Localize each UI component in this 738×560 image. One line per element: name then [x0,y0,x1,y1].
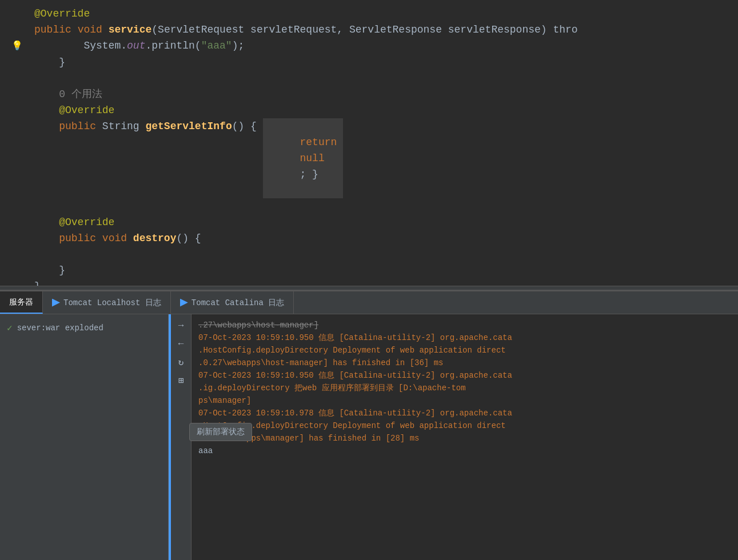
log-toolbar: → ← ↻ ⊞ [171,314,192,560]
code-line [0,70,738,86]
bottom-panel: 服务器 Tomcat Localhost 日志 Tomcat Catalina … [0,290,738,560]
keyword: void [102,230,133,246]
log-line-aaa: aaa [198,445,731,457]
code-annotation: @Override [34,6,90,22]
code-line: } [0,262,738,278]
keyword: return [300,137,344,148]
code-line: @Override [0,102,738,118]
log-line: 07-Oct-2023 10:59:10.950 信息 [Catalina-ut… [198,369,731,382]
code-annotation: @Override [34,102,114,118]
server-sidebar: ✓ sever:war exploded [0,314,169,560]
tab-catalina[interactable]: Tomcat Catalina 日志 [171,291,294,314]
null-literal: null [300,153,325,164]
log-line: .HostConfig.deployDirectory Deployment o… [198,344,731,357]
tab-localhost[interactable]: Tomcat Localhost 日志 [43,291,171,314]
arrow-right-button[interactable]: → [174,319,188,333]
code-line: @Override [0,214,738,230]
deploy-button[interactable]: ⊞ [174,374,188,387]
tab-label: 服务器 [9,297,33,307]
log-content: .27\webapps\host-manager] 07-Oct-2023 10… [192,314,738,462]
code-text: } [34,54,65,70]
tooltip-text: 刷新部署状态 [197,427,245,437]
code-text: ; } [300,169,318,180]
log-main: .27\webapps\host-manager] 07-Oct-2023 10… [192,314,738,560]
string-literal: "aaa" [201,38,232,54]
log-text: 07-Oct-2023 10:59:10.950 信息 [Catalina-ut… [198,371,512,380]
horizontal-scrollbar[interactable] [0,286,738,290]
keyword: void [78,22,109,38]
code-text [34,246,41,262]
tooltip: 刷新部署状态 [189,423,252,441]
log-line: .0.27\webapps\host-manager] has finished… [198,357,731,369]
method-name: destroy [133,230,177,246]
gutter: 💡 [11,38,29,54]
code-annotation: @Override [34,214,114,230]
log-line: .27\webapps\host-manager] [198,319,731,331]
check-icon: ✓ [7,322,13,334]
log-line: .ig.deployDirectory 把web 应用程序部署到目录 [D:\a… [198,382,731,394]
refresh-button[interactable]: ↻ [174,355,188,369]
log-text: 07-Oct-2023 10:59:10.950 信息 [Catalina-ut… [198,333,512,342]
param-type: ServletResponse [349,22,448,38]
method-name: getServletInfo [145,118,232,134]
log-text: .ig.deployDirectory 把web 应用程序部署到目录 [D:\a… [198,383,466,393]
tab-label: Tomcat Localhost 日志 [63,298,161,308]
param-name: servletResponse) thro [448,22,578,38]
keyword: public [34,118,102,134]
code-text: } [34,278,41,286]
tab-server[interactable]: 服务器 [0,291,43,314]
arrow-left-icon: ← [178,339,184,349]
type-name: String [102,118,146,134]
arrow-left-button[interactable]: ← [174,337,188,351]
code-text: () { [232,118,263,134]
code-line: public void service ( ServletRequest ser… [0,22,738,38]
arrow-right-icon: → [178,321,184,331]
bulb-icon[interactable]: 💡 [11,38,23,54]
log-section: → ← ↻ ⊞ 刷新部署状态 .27\web [169,314,738,560]
static-field: out [127,38,145,54]
log-text: .HostConfig.deployDirectory Deployment o… [198,346,506,355]
code-line: @Override [0,6,738,22]
server-name: sever:war exploded [17,323,103,333]
log-text: 07-Oct-2023 10:59:10.978 信息 [Catalina-ut… [198,409,512,418]
usage-count: 0 个用法 [34,86,102,102]
code-line: public void destroy () { [0,230,738,246]
code-line [0,198,738,214]
code-text: } [34,262,65,278]
code-line: 0 个用法 [0,86,738,102]
log-line: .0.27\webapps\manager] has finished in [… [198,432,731,445]
code-text: System. [34,38,127,54]
deploy-icon: ⊞ [178,375,184,386]
code-text: () { [176,230,201,246]
log-line: ps\manager] [198,394,731,407]
code-text [34,198,41,214]
param-name: servletRequest, [250,22,349,38]
play-icon [52,299,60,307]
log-line: 07-Oct-2023 10:59:10.950 信息 [Catalina-ut… [198,331,731,344]
server-item[interactable]: ✓ sever:war exploded [0,319,168,337]
keyword: public [34,22,78,38]
refresh-icon: ↻ [178,357,184,368]
keyword: public [34,230,102,246]
code-line: } [0,278,738,286]
code-text [34,70,41,86]
code-editor: @Override public void service ( ServletR… [0,0,738,286]
code-line: 💡 System. out .println( "aaa" ); [0,38,738,54]
log-text: .0.27\webapps\host-manager] has finished… [198,358,443,367]
tab-label: Tomcat Catalina 日志 [192,298,284,308]
panel-content: ✓ sever:war exploded → ← ↻ ⊞ [0,314,738,560]
param-type: ServletRequest [158,22,250,38]
highlighted-code: return null ; } [263,118,343,198]
method-name: service [109,22,152,38]
code-line [0,246,738,262]
code-line: } [0,54,738,70]
play-icon [180,299,188,307]
code-text: .println( [145,38,201,54]
log-line: .HostConfig.deployDirectory Deployment o… [198,419,731,432]
log-text: ps\manager] [198,396,251,405]
tabs-bar: 服务器 Tomcat Localhost 日志 Tomcat Catalina … [0,291,738,314]
code-text: ( [151,22,158,38]
log-line: 07-Oct-2023 10:59:10.978 信息 [Catalina-ut… [198,407,731,419]
code-line: public String getServletInfo () { return… [0,118,738,198]
log-text: aaa [198,446,213,455]
